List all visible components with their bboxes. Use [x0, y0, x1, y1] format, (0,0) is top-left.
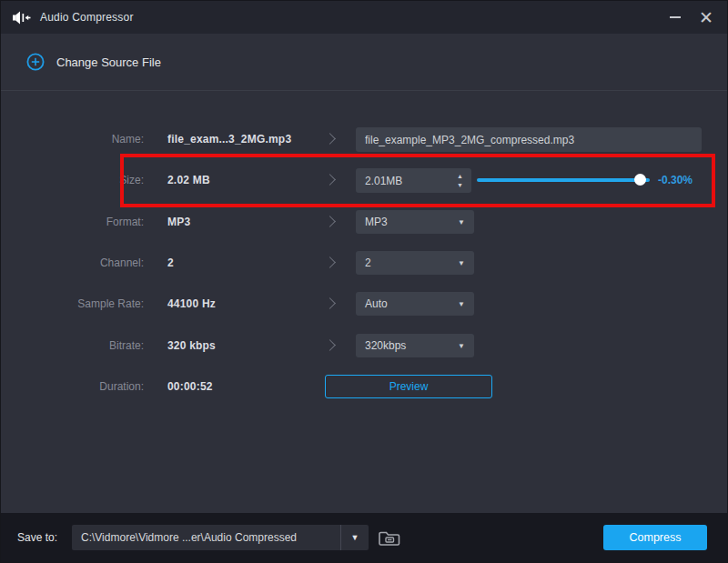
sample-rate-dropdown[interactable]: Auto ▼ [356, 292, 474, 316]
window-title: Audio Compressor [40, 11, 134, 24]
caret-down-icon: ▼ [458, 342, 465, 350]
save-path-dropdown-button[interactable]: ▼ [340, 525, 369, 550]
folder-open-icon [379, 528, 400, 547]
save-to-label: Save to: [17, 513, 57, 562]
footer-bar: Save to: C:\Vidmore\Vidmore ...er\Audio … [1, 513, 727, 562]
format-label: Format: [1, 209, 144, 235]
caret-down-icon: ▼ [458, 300, 465, 308]
duration-label: Duration: [1, 374, 144, 399]
row-sample-rate: Sample Rate: 44100 Hz Auto ▼ [1, 291, 727, 317]
plus-circle-icon [26, 53, 45, 71]
name-source-value: file_exam...3_2MG.mp3 [167, 126, 291, 152]
sample-rate-selected: Auto [365, 297, 388, 310]
channel-label: Channel: [1, 250, 144, 276]
output-name-input[interactable] [356, 127, 702, 152]
size-slider-handle[interactable] [634, 174, 646, 186]
speaker-compress-icon [13, 11, 31, 25]
bitrate-label: Bitrate: [1, 333, 144, 358]
row-size: Size: 2.02 MB 2.01MB ▲ ▼ -0.30% [1, 167, 727, 193]
bitrate-selected: 320kbps [365, 339, 406, 352]
format-source-value: MP3 [167, 209, 190, 235]
app-window: Audio Compressor ✕ Change Source File Na… [0, 0, 728, 563]
target-size-value: 2.01MB [356, 175, 457, 187]
size-slider-track[interactable] [477, 178, 650, 182]
compress-button[interactable]: Compress [603, 525, 707, 550]
change-source-label: Change Source File [56, 55, 161, 69]
open-folder-button[interactable] [378, 526, 401, 549]
format-dropdown[interactable]: MP3 ▼ [356, 210, 474, 234]
row-duration: Duration: 00:00:52 Preview [1, 374, 727, 399]
minimize-icon [670, 16, 681, 18]
row-channel: Channel: 2 2 ▼ [1, 250, 727, 276]
size-source-value: 2.02 MB [167, 167, 210, 193]
bitrate-dropdown[interactable]: 320kbps ▼ [356, 334, 474, 357]
name-label: Name: [1, 126, 144, 152]
size-change-percent: -0.30% [658, 167, 693, 193]
spinner-up-icon[interactable]: ▲ [457, 173, 463, 179]
channel-selected: 2 [365, 256, 371, 269]
caret-down-icon: ▼ [458, 218, 465, 226]
chevron-right-icon [324, 133, 336, 145]
row-format: Format: MP3 MP3 ▼ [1, 209, 727, 235]
format-selected: MP3 [365, 216, 388, 228]
chevron-right-icon [324, 339, 336, 351]
minimize-button[interactable] [660, 1, 691, 34]
caret-down-icon: ▼ [458, 259, 465, 267]
caret-down-icon: ▼ [351, 533, 359, 542]
bitrate-source-value: 320 kbps [167, 333, 216, 358]
row-bitrate: Bitrate: 320 kbps 320kbps ▼ [1, 333, 727, 358]
preview-button[interactable]: Preview [325, 375, 492, 398]
sample-rate-label: Sample Rate: [1, 291, 144, 317]
target-size-spinner[interactable]: 2.01MB ▲ ▼ [356, 168, 471, 193]
close-icon: ✕ [699, 9, 713, 26]
chevron-right-icon [324, 174, 336, 186]
chevron-right-icon [324, 297, 336, 309]
channel-dropdown[interactable]: 2 ▼ [356, 251, 474, 275]
duration-source-value: 00:00:52 [167, 374, 213, 399]
row-name: Name: file_exam...3_2MG.mp3 [1, 126, 727, 152]
change-source-file-button[interactable]: Change Source File [26, 53, 161, 71]
save-path-value: C:\Vidmore\Vidmore ...er\Audio Compresse… [72, 531, 340, 544]
save-path-field[interactable]: C:\Vidmore\Vidmore ...er\Audio Compresse… [72, 525, 369, 550]
size-label: Size: [1, 167, 144, 193]
spinner-down-icon[interactable]: ▼ [457, 182, 463, 188]
header-band: Change Source File [1, 34, 727, 91]
close-button[interactable]: ✕ [691, 1, 722, 34]
channel-source-value: 2 [167, 250, 174, 276]
chevron-right-icon [324, 256, 336, 268]
titlebar: Audio Compressor ✕ [1, 1, 727, 34]
sample-rate-source-value: 44100 Hz [167, 291, 216, 317]
chevron-right-icon [324, 216, 336, 227]
